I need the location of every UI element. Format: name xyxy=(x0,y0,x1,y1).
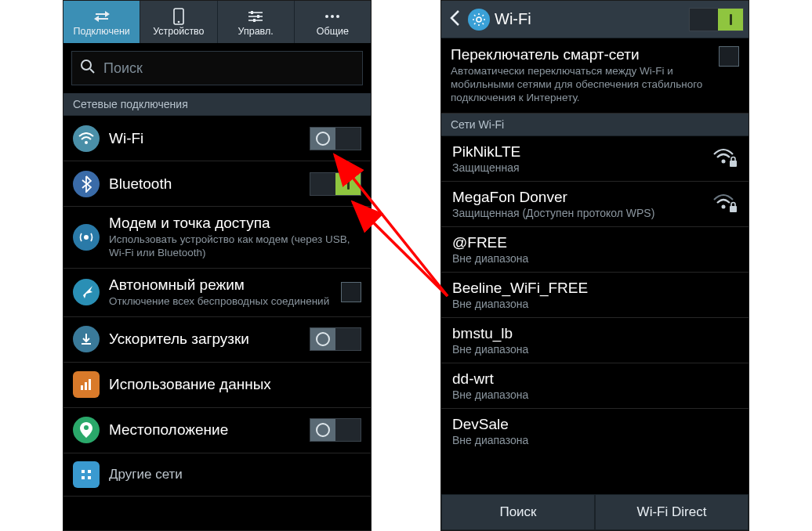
network-item[interactable]: @FREE Вне диапазона xyxy=(441,227,749,273)
gear-icon xyxy=(468,9,490,31)
item-sub: Использовать устройство как модем (через… xyxy=(109,233,361,260)
wifi-screen: Wi-Fi Переключатель смарт-сети Автоматич… xyxy=(440,0,749,531)
svg-rect-20 xyxy=(82,470,85,473)
svg-point-11 xyxy=(82,60,91,70)
svg-rect-34 xyxy=(730,161,737,167)
bottom-bar: Поиск Wi-Fi Direct xyxy=(441,494,749,530)
item-airplane[interactable]: Автономный режим Отключение всех беспров… xyxy=(63,269,371,317)
bluetooth-toggle[interactable] xyxy=(310,172,361,196)
net-body: @FREE Вне диапазона xyxy=(452,234,738,265)
item-wifi[interactable]: Wi-Fi xyxy=(63,116,371,161)
smart-switch-checkbox[interactable] xyxy=(719,46,739,67)
svg-line-29 xyxy=(474,15,476,16)
tab-label: Управл. xyxy=(238,26,274,37)
smart-switch-block[interactable]: Переключатель смарт-сети Автоматически п… xyxy=(441,38,749,114)
item-body: Модем и точка доступа Использовать устро… xyxy=(109,215,361,260)
net-sub: Вне диапазона xyxy=(452,298,738,310)
item-title: Wi-Fi xyxy=(109,130,300,147)
item-other-networks[interactable]: Другие сети xyxy=(63,453,371,497)
net-sub: Вне диапазона xyxy=(452,388,738,401)
item-location[interactable]: Местоположение xyxy=(63,408,371,453)
svg-point-9 xyxy=(331,15,334,18)
tabs-row: Подключени Устройство Управл. Общие xyxy=(63,1,371,43)
item-booster[interactable]: Ускоритель загрузки xyxy=(63,317,371,363)
net-name: bmstu_lb xyxy=(452,325,738,342)
back-button[interactable] xyxy=(446,6,463,33)
data-usage-icon xyxy=(73,371,100,398)
net-body: bmstu_lb Вне диапазона xyxy=(452,325,738,356)
scan-button[interactable]: Поиск xyxy=(441,494,595,530)
svg-point-33 xyxy=(722,160,726,164)
item-bluetooth[interactable]: Bluetooth xyxy=(63,161,371,207)
search-container: Поиск xyxy=(63,43,371,93)
network-item[interactable]: MegaFon Donver Защищенная (Доступен прот… xyxy=(441,182,749,227)
tab-device[interactable]: Устройство xyxy=(140,1,217,43)
device-icon xyxy=(172,8,185,25)
item-title: Использование данных xyxy=(109,376,361,393)
booster-toggle[interactable] xyxy=(310,327,361,351)
tab-label: Устройство xyxy=(153,26,204,37)
search-input[interactable]: Поиск xyxy=(71,51,363,85)
location-toggle[interactable] xyxy=(310,418,361,442)
wifi-signal-locked-icon xyxy=(712,148,738,168)
item-sub: Отключение всех беспроводных соединений xyxy=(109,295,332,309)
more-networks-icon xyxy=(73,461,100,488)
download-boost-icon xyxy=(73,326,100,352)
item-body: Bluetooth xyxy=(109,175,300,193)
search-icon xyxy=(80,59,96,78)
tab-label: Общие xyxy=(317,26,349,37)
wifi-icon xyxy=(73,125,100,152)
wifi-signal-locked-icon xyxy=(712,193,738,214)
net-sub: Вне диапазона xyxy=(452,434,738,446)
tab-general[interactable]: Общие xyxy=(295,1,371,43)
svg-rect-23 xyxy=(88,476,91,479)
wifi-direct-button[interactable]: Wi-Fi Direct xyxy=(595,494,749,530)
item-hotspot[interactable]: Модем и точка доступа Использовать устро… xyxy=(63,207,371,269)
item-body: Ускоритель загрузки xyxy=(109,331,300,348)
svg-rect-6 xyxy=(257,15,259,18)
net-name: Beeline_WiFi_FREE xyxy=(452,280,738,297)
svg-point-35 xyxy=(722,205,726,209)
network-item[interactable]: dd-wrt Вне диапазона xyxy=(441,363,749,409)
svg-point-24 xyxy=(477,17,481,22)
net-name: MegaFon Donver xyxy=(452,189,703,206)
airplane-icon xyxy=(73,279,100,305)
search-placeholder: Поиск xyxy=(103,60,143,77)
net-body: MegaFon Donver Защищенная (Доступен прот… xyxy=(452,189,703,219)
network-item[interactable]: Beeline_WiFi_FREE Вне диапазона xyxy=(441,273,749,318)
tab-controls[interactable]: Управл. xyxy=(218,1,295,43)
item-data-usage[interactable]: Использование данных xyxy=(63,363,371,408)
net-body: Beeline_WiFi_FREE Вне диапазона xyxy=(452,280,738,310)
svg-rect-7 xyxy=(253,19,256,22)
item-title: Bluetooth xyxy=(109,175,300,193)
svg-rect-36 xyxy=(730,206,737,212)
more-icon xyxy=(324,8,341,25)
item-body: Автономный режим Отключение всех беспров… xyxy=(109,276,332,309)
item-title: Автономный режим xyxy=(109,276,332,294)
net-body: dd-wrt Вне диапазона xyxy=(452,370,738,401)
airplane-checkbox[interactable] xyxy=(341,282,361,302)
network-item[interactable]: bmstu_lb Вне диапазона xyxy=(441,318,749,363)
wifi-toggle[interactable] xyxy=(310,127,361,150)
screen-title: Wi-Fi xyxy=(495,10,684,28)
svg-line-30 xyxy=(483,23,484,24)
net-sub: Защищенная xyxy=(452,161,703,174)
svg-point-1 xyxy=(178,20,180,23)
svg-point-19 xyxy=(84,425,89,430)
bluetooth-icon xyxy=(73,171,100,197)
svg-rect-22 xyxy=(82,476,85,479)
tab-connections[interactable]: Подключени xyxy=(63,1,140,43)
wifi-master-toggle[interactable] xyxy=(689,8,744,31)
smart-switch-title: Переключатель смарт-сети xyxy=(451,46,711,63)
swap-icon xyxy=(93,8,111,25)
net-name: @FREE xyxy=(452,234,738,251)
svg-rect-21 xyxy=(88,470,91,473)
svg-rect-18 xyxy=(89,379,91,390)
svg-rect-5 xyxy=(251,11,253,14)
svg-point-13 xyxy=(85,141,88,144)
network-item[interactable]: PikNikLTE Защищенная xyxy=(441,136,749,182)
settings-screen: Подключени Устройство Управл. Общие П xyxy=(63,0,372,531)
item-body: Местоположение xyxy=(109,421,300,439)
tab-label: Подключени xyxy=(73,26,129,37)
network-item[interactable]: DevSale Вне диапазона xyxy=(441,409,749,454)
